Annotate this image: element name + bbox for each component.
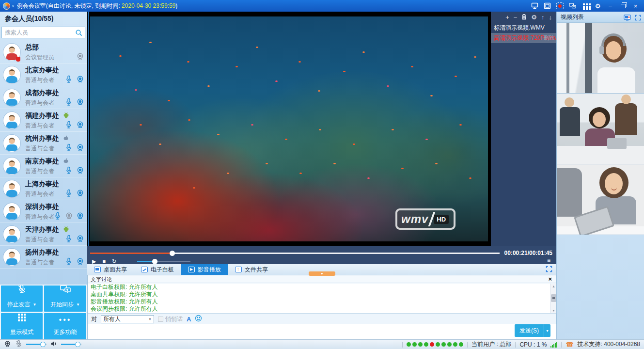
participant-row[interactable]: 南京办事处 普通与会者 <box>0 155 87 177</box>
mic-icon[interactable] <box>64 257 73 266</box>
stop-speaking-button[interactable]: 停止发言▼ <box>1 286 43 312</box>
video-list-panel: 视频列表 <box>556 12 644 339</box>
display-grid-icon[interactable] <box>581 2 589 9</box>
participant-avatar <box>3 89 20 106</box>
camera-icon[interactable] <box>76 257 84 266</box>
participant-row[interactable]: 天津办事处 普通与会者 <box>0 223 87 246</box>
speaker-icon[interactable] <box>50 340 57 349</box>
more-functions-button[interactable]: ••• 更多功能 <box>44 313 86 339</box>
playlist-item[interactable]: 高清演示视频-720P.wmv 删除 <box>491 33 556 43</box>
camera-icon[interactable] <box>76 166 84 174</box>
restore-button[interactable] <box>619 2 627 9</box>
start-sync-button[interactable]: 开始同步▼ <box>44 286 86 312</box>
playlist-item[interactable]: 标清演示视频.WMV <box>491 23 556 33</box>
camera-off-icon[interactable] <box>76 52 84 61</box>
scroll-down-icon[interactable]: ▼ <box>550 308 556 314</box>
scroll-up-icon[interactable]: ▲ <box>550 284 556 289</box>
minimize-button[interactable]: − <box>607 2 614 9</box>
mic-icon[interactable] <box>64 166 73 174</box>
playlist-item-delete[interactable]: 删除 <box>544 33 554 43</box>
playlist-menu-icon[interactable]: ≡ <box>547 257 550 264</box>
participant-row[interactable]: 扬州办事处 普通与会者 <box>0 246 87 269</box>
stop-button[interactable]: ■ <box>102 259 106 264</box>
volume-handle[interactable] <box>152 259 157 264</box>
search-box <box>1 27 85 38</box>
camera-icon[interactable] <box>76 75 84 83</box>
chat-close-icon[interactable]: × <box>548 275 552 283</box>
video-thumbnail-1[interactable] <box>557 23 644 94</box>
share-tab[interactable]: 电子白板 <box>134 264 181 275</box>
share-tab[interactable]: 影音播放 <box>181 264 228 275</box>
chat-scrollbar[interactable]: ▲ ▼ <box>550 284 556 314</box>
recipient-select[interactable]: 所有人 ▼ <box>101 315 154 323</box>
display-mode-button[interactable]: 显示模式 <box>1 313 43 339</box>
mic-volume-slider[interactable] <box>26 344 47 345</box>
share-tab[interactable]: 桌面共享 <box>87 264 134 275</box>
progress-handle[interactable] <box>170 251 175 256</box>
desktop-share-icon[interactable] <box>531 2 538 9</box>
playlist-add-icon[interactable]: + <box>505 14 509 20</box>
participant-row[interactable]: 上海办事处 普通与会者 <box>0 177 87 200</box>
mic-volume-handle[interactable] <box>40 342 46 347</box>
camera-icon[interactable] <box>76 143 84 152</box>
participant-row[interactable]: 杭州办事处 普通与会者 <box>0 132 87 155</box>
participant-name: 杭州办事处 <box>25 134 59 142</box>
mic-icon[interactable] <box>64 75 73 83</box>
chat-input[interactable] <box>88 324 476 337</box>
video-left-splitter[interactable] <box>88 12 89 246</box>
mic-muted-status-icon[interactable] <box>15 340 22 349</box>
mic-icon[interactable] <box>64 120 73 129</box>
send-button[interactable]: 发送(S) <box>515 324 544 337</box>
playlist-remove-icon[interactable]: − <box>514 14 518 20</box>
participant-row[interactable]: 深圳办事处 普通与会者 <box>0 200 87 223</box>
settings-gear-icon[interactable]: ⚙ <box>594 2 601 9</box>
whisper-checkbox[interactable] <box>158 317 163 322</box>
playlist-move-down-icon[interactable]: ↓ <box>549 14 552 20</box>
font-color-icon[interactable]: A <box>187 316 191 323</box>
webcam-status-icon[interactable] <box>4 340 11 349</box>
mic-icon[interactable] <box>64 234 73 243</box>
scroll-thumb[interactable] <box>551 294 556 302</box>
video-thumbnail-3[interactable] <box>557 164 644 235</box>
mic-icon[interactable] <box>64 189 73 197</box>
playlist-move-up-icon[interactable]: ↑ <box>541 14 545 20</box>
speaker-volume-handle[interactable] <box>75 342 80 347</box>
participant-row[interactable]: 福建办事处 普通与会者 <box>0 109 87 132</box>
camera-icon[interactable] <box>76 97 84 106</box>
mic-icon[interactable] <box>64 143 73 152</box>
speaker-volume-slider[interactable] <box>61 344 81 345</box>
network-share-icon[interactable] <box>569 2 576 9</box>
loop-button[interactable]: ↻ <box>112 259 116 264</box>
share-tab[interactable]: 文件共享 <box>228 264 275 275</box>
playlist-settings-icon[interactable]: ⚙ <box>531 14 537 20</box>
search-icon[interactable] <box>75 29 82 38</box>
progress-bar[interactable] <box>90 253 500 254</box>
mic-icon[interactable] <box>53 211 62 220</box>
camera-icon[interactable] <box>76 189 84 197</box>
send-options-caret[interactable]: ▼ <box>544 324 550 337</box>
collapse-panel-handle[interactable]: ▼ <box>309 271 335 276</box>
play-button[interactable]: ▶ <box>92 259 96 264</box>
video-thumbnail-2[interactable] <box>557 94 644 164</box>
playlist-trash-icon[interactable] <box>521 14 527 21</box>
camera-icon[interactable] <box>76 120 84 129</box>
close-button[interactable]: × <box>632 2 639 9</box>
window-layout-icon[interactable] <box>544 2 551 9</box>
participant-row[interactable]: 成都办事处 普通与会者 <box>0 86 87 109</box>
caret-down-icon[interactable]: ▼ <box>76 302 80 307</box>
participant-row[interactable]: 总部 会议管理员 <box>0 41 87 63</box>
main-video-stage[interactable]: wmv HD <box>87 12 491 246</box>
caret-down-icon[interactable]: ▼ <box>33 302 37 307</box>
camera-icon[interactable] <box>76 211 84 220</box>
camera-icon[interactable] <box>76 234 84 243</box>
camera-off-icon[interactable] <box>64 211 73 220</box>
status-dot <box>424 342 428 347</box>
logo-menu-chevron-icon[interactable]: ∨ <box>12 4 15 8</box>
record-icon[interactable] <box>556 2 564 9</box>
app-logo-icon[interactable] <box>3 2 10 10</box>
participant-row[interactable]: 北京办事处 普通与会者 <box>0 63 87 86</box>
mic-icon[interactable] <box>64 97 73 106</box>
search-input[interactable] <box>2 27 75 38</box>
volume-slider[interactable] <box>137 261 190 262</box>
emoji-icon[interactable] <box>195 315 202 323</box>
